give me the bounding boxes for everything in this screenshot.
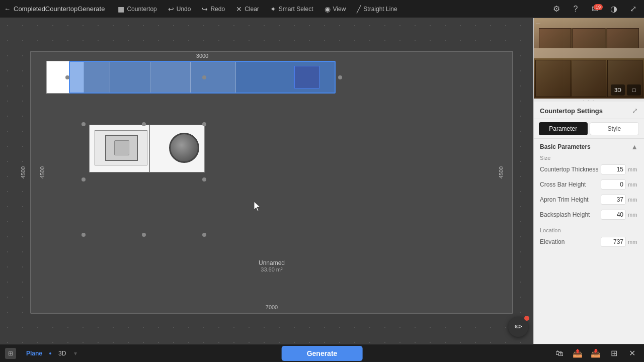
cabinet-cell-4 [191, 62, 236, 93]
bottombar: ⊞ Plane 3D ▾ Generate 🛍 📤 📥 ⊞ ✕ [0, 344, 644, 362]
basic-parameters-title: Basic Parameters [540, 143, 591, 150]
param-label-backsplash: Backsplash Height [540, 211, 601, 218]
smart-select-icon: ✦ [270, 5, 276, 13]
handle-island-tl[interactable] [82, 122, 86, 126]
param-input-apron[interactable] [601, 195, 626, 205]
view-expand-icon[interactable]: ▾ [74, 350, 77, 357]
view-mode-icon[interactable]: ⊞ [5, 348, 16, 359]
bottom-tools: 🛍 📤 📥 ⊞ ✕ [552, 346, 639, 360]
chat-badge [524, 316, 529, 321]
generate-button[interactable]: Generate [282, 346, 363, 361]
cabinet-cell-1 [70, 62, 110, 93]
handle-island-bm[interactable] [142, 233, 146, 237]
grid-icon[interactable]: ⊞ [607, 346, 621, 360]
handle-top-mid[interactable] [202, 75, 206, 79]
clear-icon: ✕ [236, 5, 242, 13]
palette-button[interactable]: ◑ [607, 2, 621, 16]
island-divider [149, 125, 150, 172]
messages-button-wrap: ✉ 19 [588, 2, 602, 16]
param-input-thickness[interactable] [601, 164, 626, 174]
kitchen-island[interactable] [89, 125, 205, 172]
handle-island-br[interactable] [202, 233, 206, 237]
app-title: CompletedCountertopGenerate [14, 5, 105, 13]
plane-view-button[interactable]: Plane [21, 348, 47, 358]
section-toggle-icon[interactable]: ▲ [631, 143, 638, 151]
save-icon[interactable]: 🛍 [552, 346, 567, 360]
room-size: 33.60 m² [259, 266, 285, 273]
messages-badge: 19 [594, 4, 603, 10]
view-toggle: ⊞ Plane 3D ▾ [5, 348, 77, 359]
param-value-wrap-elevation: mm [601, 237, 638, 247]
topbar-right: ⚙ ? ✉ 19 ◑ ⤢ [549, 2, 640, 16]
handle-island-tm[interactable] [142, 122, 146, 126]
canvas-area[interactable]: 3000 4500 4500 4500 7000 [0, 18, 533, 344]
handle-island-bl[interactable] [82, 233, 86, 237]
location-subsection-title: Location [534, 225, 644, 234]
param-cross-bar: Cross Bar Height mm [534, 177, 644, 192]
dim-right-label: 4500 [498, 166, 504, 178]
param-label-elevation: Elevation [540, 238, 601, 245]
floor-plan[interactable]: 3000 4500 4500 4500 7000 [30, 51, 513, 314]
settings-button[interactable]: ⚙ [549, 2, 564, 16]
sink-basin [105, 135, 138, 161]
param-value-wrap-crossbar: mm [601, 179, 638, 190]
view-indicator-dot [49, 352, 51, 354]
param-label-crossbar: Cross Bar Height [540, 181, 601, 188]
redo-icon: ↪ [202, 5, 208, 13]
clear-button[interactable]: ✕ Clear [231, 3, 264, 15]
handle-island-ml[interactable] [82, 177, 86, 182]
preview-3d-button[interactable]: 3D [611, 84, 625, 96]
room-label: Unnamed 33.60 m² [259, 259, 285, 273]
straight-line-icon: ╱ [357, 5, 361, 13]
handle-top-right[interactable] [338, 75, 342, 79]
undo-button[interactable]: ↩ Undo [163, 3, 196, 15]
appliance-burner [169, 133, 199, 163]
room-name: Unnamed [259, 259, 285, 266]
tab-style[interactable]: Style [590, 122, 639, 135]
countertop-tool[interactable]: ▦ Countertop [113, 3, 162, 15]
param-input-backsplash[interactable] [601, 210, 626, 220]
dim-top-label: 3000 [196, 53, 208, 59]
close-icon[interactable]: ✕ [625, 346, 639, 360]
back-button[interactable]: ← CompletedCountertopGenerate [4, 5, 105, 13]
preview-controls: 3D □ [611, 84, 641, 96]
param-value-wrap-backsplash: mm [601, 210, 638, 220]
param-unit-thickness: mm [628, 166, 638, 172]
param-elevation: Elevation mm [534, 234, 644, 249]
view-button[interactable]: ◉ View [319, 3, 351, 15]
preview-collapse-icon[interactable]: ─ [536, 20, 544, 28]
redo-button[interactable]: ↪ Redo [197, 3, 230, 15]
settings-button-wrap: ⚙ [549, 2, 564, 16]
3d-view-button[interactable]: 3D [53, 348, 71, 358]
smart-select-button[interactable]: ✦ Smart Select [265, 3, 318, 15]
view-mode-grid-icon: ⊞ [8, 350, 13, 357]
handle-island-mr[interactable] [202, 177, 206, 182]
export-icon-1[interactable]: 📤 [571, 346, 585, 360]
settings-header: Countertop Settings ⤢ [534, 102, 644, 119]
handle-island-tr[interactable] [202, 122, 206, 126]
param-unit-elevation: mm [628, 239, 638, 245]
param-value-wrap-thickness: mm [601, 164, 638, 174]
param-unit-apron: mm [628, 197, 638, 203]
param-value-wrap-apron: mm [601, 195, 638, 205]
view-icon: ◉ [325, 5, 331, 13]
handle-top-left[interactable] [65, 75, 69, 79]
fullscreen-button[interactable]: ⤢ [626, 2, 640, 16]
help-button[interactable]: ? [569, 2, 583, 16]
expand-icon[interactable]: ⤢ [632, 107, 638, 115]
sink-surround [95, 130, 147, 165]
topbar: ← CompletedCountertopGenerate ▦ Countert… [0, 0, 644, 18]
preview-photo-button[interactable]: □ [627, 84, 641, 96]
param-input-crossbar[interactable] [601, 179, 626, 190]
param-input-elevation[interactable] [601, 237, 626, 247]
3d-preview: ─ 3D □ [534, 18, 644, 99]
undo-icon: ↩ [168, 5, 174, 13]
export-icon-2[interactable]: 📥 [589, 346, 603, 360]
straight-line-button[interactable]: ╱ Straight Line [352, 3, 402, 15]
countertop-icon: ▦ [118, 5, 124, 13]
tab-row: Parameter Style [534, 119, 644, 139]
float-chat-button[interactable]: ✏ [508, 317, 528, 337]
param-countertop-thickness: Countertop Thickness mm [534, 162, 644, 177]
tab-parameter[interactable]: Parameter [539, 122, 588, 135]
dim-left: 4500 [20, 166, 26, 178]
